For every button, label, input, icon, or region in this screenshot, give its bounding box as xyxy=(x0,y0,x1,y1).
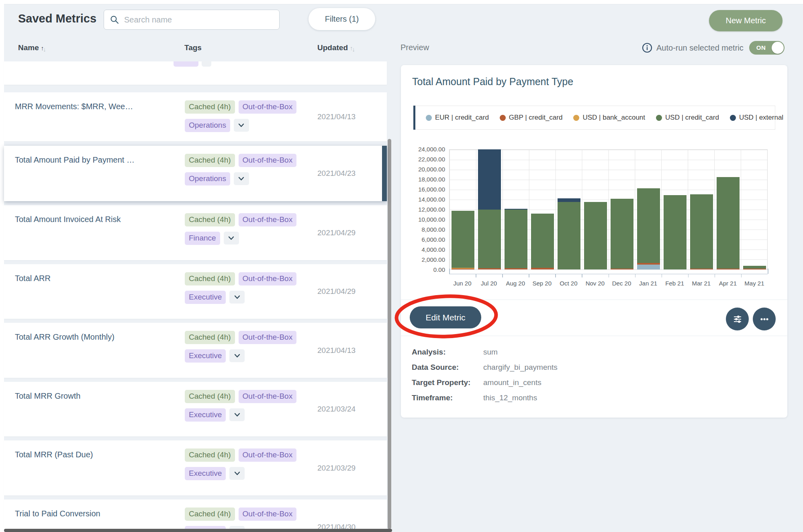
out-of-the-box-tag: Out-of-the-Box xyxy=(239,390,297,403)
y-axis-tick-label: 0.00 xyxy=(433,266,445,273)
bar-segment xyxy=(664,195,687,269)
legend-label: EUR | credit_card xyxy=(435,114,489,122)
metric-name: Total MRR Growth xyxy=(15,391,80,401)
chevron-down-icon xyxy=(238,123,244,127)
tag-line: Cached (4h)Out-of-the-Box xyxy=(185,390,296,403)
tag-sliver xyxy=(174,61,198,67)
preview-label: Preview xyxy=(400,43,429,52)
detail-label: Target Property: xyxy=(412,378,483,387)
legend-color-dot xyxy=(500,115,506,121)
metric-row[interactable]: Total Amount Invoiced At RiskCached (4h)… xyxy=(4,205,387,260)
y-axis-tick-label: 12,000.00 xyxy=(418,206,445,213)
tag-dropdown-button[interactable] xyxy=(234,172,249,185)
metric-row[interactable]: Trial to Paid ConversionCached (4h)Out-o… xyxy=(4,499,387,532)
tag-dropdown-button[interactable] xyxy=(229,467,245,480)
category-tag: Executive xyxy=(185,467,226,480)
tag-line: Cached (4h)Out-of-the-Box xyxy=(185,448,296,462)
tag-dropdown-button[interactable] xyxy=(224,232,239,245)
metric-row[interactable]: MRR Movements: $MRR, Wee…Cached (4h)Out-… xyxy=(4,92,387,141)
category-tag: Finance xyxy=(185,232,220,245)
metric-name: Total ARR xyxy=(15,274,51,283)
legend-label: GBP | credit_card xyxy=(509,114,563,122)
chart-settings-button[interactable] xyxy=(726,308,749,330)
detail-value: this_12_months xyxy=(483,393,537,402)
filters-button[interactable]: Filters (1) xyxy=(309,8,375,30)
tag-line: Cached (4h)Out-of-the-Box xyxy=(185,331,296,344)
info-icon xyxy=(642,43,652,53)
page-title: Saved Metrics xyxy=(18,12,96,25)
bar-segment xyxy=(743,266,766,269)
tag-dropdown-button[interactable] xyxy=(234,119,249,132)
toggle-state-label: ON xyxy=(756,44,766,51)
new-metric-button[interactable]: New Metric xyxy=(709,10,783,31)
vertical-scrollbar[interactable] xyxy=(388,139,391,529)
category-tag-line: Executive xyxy=(185,408,245,422)
edit-metric-button[interactable]: Edit Metric xyxy=(410,306,481,328)
x-axis-tick-label: Aug 20 xyxy=(506,280,525,287)
card-divider-bottom xyxy=(401,336,787,336)
cached-tag: Cached (4h) xyxy=(185,390,235,403)
chevron-down-icon xyxy=(234,354,240,358)
more-options-button[interactable] xyxy=(753,308,776,330)
bar-segment xyxy=(478,210,501,268)
stacked-bar xyxy=(690,194,713,270)
sliders-icon xyxy=(732,314,743,325)
detail-value: amount_in_cents xyxy=(483,378,541,387)
metric-row[interactable]: Total ARR Growth (Monthly)Cached (4h)Out… xyxy=(4,323,387,378)
metric-name: Total Amount Invoiced At Risk xyxy=(15,215,121,224)
category-tag-line: Operations xyxy=(185,172,249,185)
bar-segment xyxy=(584,202,607,269)
y-axis-tick-label: 16,000.00 xyxy=(418,186,445,193)
column-header-name[interactable]: Name↑↓ xyxy=(18,43,46,52)
legend-item: EUR | credit_card xyxy=(426,114,489,122)
updated-date: 2021/04/23 xyxy=(317,169,356,178)
bar-segment xyxy=(690,269,713,270)
out-of-the-box-tag: Out-of-the-Box xyxy=(239,331,297,344)
x-axis-tick-label: Jun 20 xyxy=(454,280,472,287)
bar-segment xyxy=(531,268,554,269)
x-axis-tick-label: Feb 21 xyxy=(665,280,684,287)
bar-segment xyxy=(478,149,501,210)
y-axis-tick-label: 8,000.00 xyxy=(422,226,445,233)
horizontal-scrollbar[interactable] xyxy=(4,529,392,532)
metric-row[interactable]: Total MRR GrowthCached (4h)Out-of-the-Bo… xyxy=(4,382,387,436)
tag-dropdown-button[interactable] xyxy=(229,349,245,362)
stacked-bar xyxy=(664,195,687,269)
search-box[interactable] xyxy=(104,10,280,30)
bar-segment xyxy=(717,269,740,270)
chevron-down-icon xyxy=(234,471,240,475)
detail-label: Timeframe: xyxy=(412,393,483,402)
tag-dropdown-button[interactable] xyxy=(229,291,245,304)
legend-item: USD | credit_card xyxy=(656,114,719,122)
category-tag: Executive xyxy=(185,408,226,422)
bar-segment xyxy=(743,269,766,269)
detail-value: chargify_bi_payments xyxy=(483,363,558,372)
metric-row-partial[interactable] xyxy=(4,61,387,85)
ellipsis-icon xyxy=(759,314,770,325)
window-top-edge xyxy=(0,0,803,4)
autorun-toggle[interactable]: ON xyxy=(749,41,785,55)
bar-segment xyxy=(637,188,660,263)
y-axis-tick-label: 10,000.00 xyxy=(418,216,445,223)
y-axis-tick-label: 20,000.00 xyxy=(418,166,445,173)
y-axis-tick-label: 18,000.00 xyxy=(418,176,445,183)
category-tag-line: Executive xyxy=(185,349,245,363)
bar-segment xyxy=(717,177,740,269)
metric-row[interactable]: Total ARRCached (4h)Out-of-the-BoxExecut… xyxy=(4,264,387,319)
out-of-the-box-tag: Out-of-the-Box xyxy=(239,272,297,285)
tag-dropdown-button[interactable] xyxy=(229,408,245,421)
cached-tag: Cached (4h) xyxy=(185,331,235,344)
category-tag-line: Executive xyxy=(185,467,245,480)
metric-row[interactable]: Total Amount Paid by Payment …Cached (4h… xyxy=(4,146,387,201)
search-icon xyxy=(110,15,119,24)
axis-tick xyxy=(741,274,742,277)
y-axis-tick-label: 22,000.00 xyxy=(418,156,445,163)
detail-row: Data Source:chargify_bi_payments xyxy=(412,360,558,375)
detail-row: Target Property:amount_in_cents xyxy=(412,375,558,390)
bar-segment xyxy=(558,198,580,202)
card-divider-top xyxy=(401,300,787,300)
column-header-updated[interactable]: Updated↑↓ xyxy=(317,43,355,52)
metric-row[interactable]: Total MRR (Past Due)Cached (4h)Out-of-th… xyxy=(4,440,387,495)
stacked-bar xyxy=(505,209,527,269)
search-input[interactable] xyxy=(123,15,279,25)
